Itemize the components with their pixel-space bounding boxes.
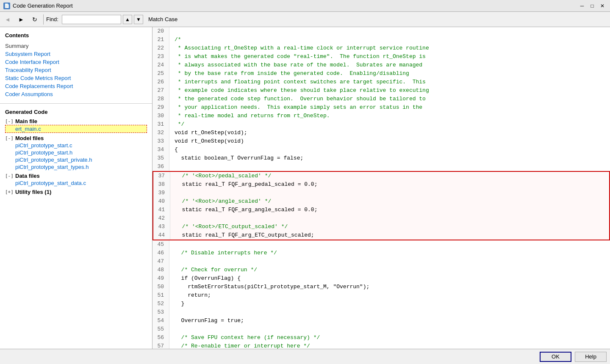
code-line-54: 54 OverrunFlag = true; [152, 317, 610, 325]
main-file-label: Main file [15, 118, 37, 124]
find-up-button[interactable]: ▲ [123, 15, 132, 24]
code-line-28: 28 * the generated code step function. O… [152, 95, 610, 103]
find-down-button[interactable]: ▼ [134, 15, 143, 24]
code-line-44: 44 static real_T FQF_arg_ETC_output_scal… [153, 231, 609, 240]
pictr-start-h-link[interactable]: piCtrl_prototype_start.h [5, 149, 147, 156]
match-case-label: Match Case [148, 16, 177, 22]
minimize-button[interactable]: ─ [578, 2, 586, 10]
contents-title: Contents [5, 32, 147, 39]
code-line-35: 35 static boolean_T OverrunFlag = false; [152, 154, 610, 163]
bottom-bar: OK Help [0, 349, 610, 364]
close-button[interactable]: ✕ [598, 2, 607, 10]
window-title: Code Generation Report [13, 3, 73, 9]
code-line-53: 53 [152, 308, 610, 317]
code-line-23: 23 * is what makes the generated code "r… [152, 52, 610, 61]
highlighted-code-block: 37 /* '<Root>/pedal_scaled' */ 38 static… [152, 171, 610, 240]
back-button[interactable]: ◄ [2, 14, 14, 25]
data-files-toggle[interactable]: [-] [5, 173, 14, 179]
ok-button[interactable]: OK [540, 352, 571, 362]
code-container: 20 21 /* 22 * Associating rt_OneStep wit… [152, 27, 610, 349]
code-line-45: 45 [152, 240, 610, 249]
utility-files-label: Utility files (1) [15, 189, 51, 195]
toolbar-separator [43, 14, 44, 25]
code-line-43: 43 /* '<Root>/ETC_output_scaled' */ [153, 223, 609, 231]
code-line-52: 52 } [152, 300, 610, 308]
code-view-panel[interactable]: 20 21 /* 22 * Associating rt_OneStep wit… [152, 27, 610, 349]
generated-code-title: Generated Code [5, 109, 147, 115]
main-file-header: [-] Main file [5, 118, 147, 125]
code-line-26: 26 * interrupts and floating point conte… [152, 78, 610, 86]
coder-assumptions-link[interactable]: Coder Assumptions [5, 90, 147, 98]
pictr-start-types-link[interactable]: piCtrl_prototype_start_types.h [5, 163, 147, 171]
code-line-27: 27 * example code indicates where these … [152, 86, 610, 95]
panel-divider-1 [0, 103, 152, 104]
code-line-25: 25 * by the base rate from inside the ge… [152, 69, 610, 78]
toolbar: ◄ ► ↻ Find: ▲ ▼ Match Case [0, 12, 610, 27]
main-content: Contents Summary Subsystem Report Code I… [0, 27, 610, 349]
left-panel: Contents Summary Subsystem Report Code I… [0, 27, 152, 349]
code-line-32: 32 void rt_OneStep(void); [152, 129, 610, 137]
code-line-40: 40 /* '<Root>/angle_scaled' */ [153, 197, 609, 206]
pictr-start-private-link[interactable]: piCtrl_prototype_start_private.h [5, 156, 147, 163]
summary-nav-item: Summary [5, 42, 147, 50]
code-line-39: 39 [153, 189, 609, 197]
code-line-33: 33 void rt_OneStep(void) [152, 137, 610, 146]
replacements-report-link[interactable]: Code Replacements Report [5, 82, 147, 90]
code-line-48: 48 /* Check for overrun */ [152, 266, 610, 274]
code-line-41: 41 static real_T FQF_arg_angle_scaled = … [153, 206, 609, 214]
data-files-label: Data files [15, 173, 40, 179]
interface-report-link[interactable]: Code Interface Report [5, 58, 147, 66]
subsystem-report-link[interactable]: Subsystem Report [5, 50, 147, 58]
help-button[interactable]: Help [575, 352, 607, 362]
contents-section: Contents Summary Subsystem Report Code I… [0, 27, 152, 102]
code-line-56: 56 /* Save FPU context here (if necessar… [152, 334, 610, 342]
code-line-49: 49 if (OverrunFlag) { [152, 274, 610, 283]
title-bar: 📄 Code Generation Report ─ □ ✕ [0, 0, 610, 12]
generated-code-section: Generated Code [-] Main file ert_main.c … [0, 105, 152, 199]
pictr-start-c-link[interactable]: piCtrl_prototype_start.c [5, 142, 147, 149]
main-file-toggle[interactable]: [-] [5, 119, 14, 124]
code-line-37: 37 /* '<Root>/pedal_scaled' */ [153, 172, 609, 180]
find-label: Find: [46, 16, 58, 22]
code-line-24: 24 * always associated with the base rat… [152, 61, 610, 69]
data-files-header: [-] Data files [5, 172, 147, 179]
code-line-55: 55 [152, 325, 610, 334]
code-line-57: 57 /* Re-enable timer or interrupt here … [152, 342, 610, 349]
code-line-50: 50 rtmSetErrorStatus(piCtrl_prototype_st… [152, 283, 610, 291]
find-input[interactable] [62, 15, 121, 24]
code-line-20: 20 [152, 27, 610, 36]
code-line-34: 34 { [152, 146, 610, 154]
code-line-21: 21 /* [152, 36, 610, 44]
code-line-31: 31 */ [152, 120, 610, 129]
code-line-36: 36 [152, 163, 610, 171]
code-line-38: 38 static real_T FQF_arg_pedal_scaled = … [153, 180, 609, 189]
model-files-label: Model files [15, 135, 44, 141]
utility-files-header: [+] Utility files (1) [5, 188, 147, 196]
forward-button[interactable]: ► [15, 14, 27, 25]
model-files-header: [-] Model files [5, 135, 147, 142]
window-controls: ─ □ ✕ [578, 2, 607, 10]
code-line-47: 47 [152, 257, 610, 266]
static-code-report-link[interactable]: Static Code Metrics Report [5, 74, 147, 82]
code-line-29: 29 * your application needs. This exampl… [152, 103, 610, 112]
pictr-data-link[interactable]: piCtrl_prototype_start_data.c [5, 179, 147, 187]
title-bar-left: 📄 Code Generation Report [3, 3, 73, 9]
code-line-22: 22 * Associating rt_OneStep with a real-… [152, 44, 610, 52]
code-line-42: 42 [153, 214, 609, 223]
app-icon: 📄 [3, 3, 10, 9]
maximize-button[interactable]: □ [588, 2, 596, 10]
utility-files-toggle[interactable]: [+] [5, 189, 14, 195]
ert-main-file-link[interactable]: ert_main.c [5, 125, 147, 133]
model-files-toggle[interactable]: [-] [5, 135, 14, 141]
refresh-button[interactable]: ↻ [29, 14, 41, 25]
code-line-51: 51 return; [152, 291, 610, 300]
code-line-46: 46 /* Disable interrupts here */ [152, 249, 610, 257]
code-line-30: 30 * real-time model and returns from rt… [152, 112, 610, 120]
traceability-report-link[interactable]: Traceability Report [5, 66, 147, 74]
